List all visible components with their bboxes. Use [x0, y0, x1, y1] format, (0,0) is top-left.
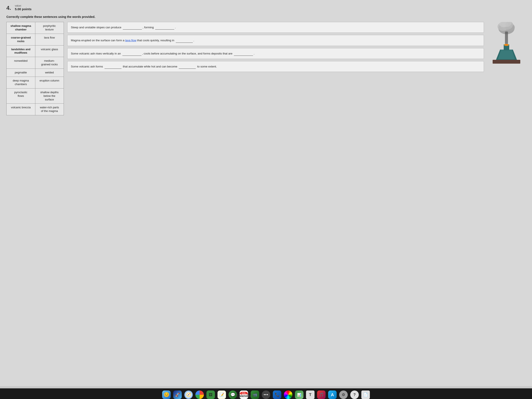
word-cell[interactable]: welded: [35, 69, 64, 77]
word-cell[interactable]: landslides andmudflows: [6, 45, 35, 57]
blank-3a[interactable]: [122, 51, 141, 56]
taskbar-more[interactable]: •••: [262, 391, 270, 399]
word-row: coarse-grainedrocks lava flow: [6, 34, 64, 45]
sentence-2-text: Magma erupted on the surface can form a …: [71, 39, 194, 42]
taskbar-notes[interactable]: 📝: [217, 391, 226, 399]
volcano-illustration: [488, 22, 525, 64]
word-cell[interactable]: water-rich partsof the magma: [35, 104, 64, 115]
word-bank: shallow magmachamber porphyritictexture …: [6, 22, 64, 115]
taskbar: 😊 🚀 🧭 🖼 📝 💬 CAL Calendar 📹 ••• 📞 📊 T 🎵: [0, 388, 532, 399]
main-content: shallow magmachamber porphyritictexture …: [6, 22, 526, 115]
sentence-box-4: Some volcanic ash forms that accumulate …: [67, 61, 484, 72]
sentence-box-1: Steep and unstable slopes can produce , …: [67, 22, 484, 33]
taskbar-launchpad[interactable]: 🚀: [173, 391, 182, 399]
word-cell-pyroclastic[interactable]: pyroclasticflows: [6, 89, 35, 104]
blank-1a[interactable]: [123, 25, 142, 30]
word-row: shallow magmachamber porphyritictexture: [6, 22, 64, 34]
word-cell[interactable]: eruption column: [35, 77, 64, 88]
taskbar-text[interactable]: T: [306, 391, 315, 399]
word-row: nonwelded medium-grained rocks: [6, 57, 64, 69]
blank-4b[interactable]: [179, 64, 196, 69]
header-row: 4. value: 5.00 points: [6, 4, 526, 11]
word-row: volcanic breccia water-rich partsof the …: [6, 103, 64, 115]
blank-3b[interactable]: [234, 51, 253, 56]
taskbar-appstore[interactable]: A: [328, 391, 337, 399]
taskbar-doc[interactable]: 📄: [361, 391, 370, 399]
word-cell[interactable]: lava flow: [35, 34, 64, 45]
blank-2a[interactable]: [176, 38, 193, 43]
word-cell[interactable]: deep magmachambers: [6, 77, 35, 88]
page-container: 4. value: 5.00 points Correctly complete…: [0, 0, 532, 386]
word-cell[interactable]: medium-grained rocks: [35, 57, 64, 69]
blank-1b[interactable]: [155, 25, 174, 30]
taskbar-facetime2[interactable]: 📞: [273, 391, 281, 399]
taskbar-chrome[interactable]: [195, 391, 204, 399]
blank-4a[interactable]: [104, 64, 121, 69]
taskbar-finder[interactable]: 😊: [162, 391, 171, 399]
word-row: landslides andmudflows volcanic glass: [6, 45, 64, 57]
taskbar-calendar[interactable]: CAL Calendar: [240, 391, 248, 399]
value-col: value: 5.00 points: [15, 4, 32, 11]
sentence-3-text: Some volcanic ash rises vertically in an…: [71, 52, 254, 55]
svg-point-12: [505, 44, 508, 45]
taskbar-music[interactable]: 🎵: [317, 391, 326, 399]
word-row: pyroclasticflows shallow depthsbelow the…: [6, 88, 64, 104]
sentence-1-text: Steep and unstable slopes can produce , …: [71, 26, 176, 29]
word-cell[interactable]: volcanic glass: [35, 45, 64, 57]
question-number: 4.: [6, 5, 11, 11]
word-cell-shallow[interactable]: shallow depthsbelow thesurface: [35, 89, 64, 104]
word-cell[interactable]: shallow magmachamber: [6, 22, 35, 34]
lava-flow-link[interactable]: lava flow: [125, 39, 136, 42]
sentence-4-text: Some volcanic ash forms that accumulate …: [71, 65, 217, 68]
sentence-box-2: Magma erupted on the surface can form a …: [67, 35, 484, 46]
value-label: value:: [15, 4, 32, 7]
word-cell[interactable]: coarse-grainedrocks: [6, 34, 35, 45]
sentences-panel: Steep and unstable slopes can produce , …: [67, 22, 484, 72]
sentence-box-3: Some volcanic ash rises vertically in an…: [67, 48, 484, 59]
word-row: pegmatite welded: [6, 69, 64, 77]
taskbar-colorwheel[interactable]: [284, 391, 292, 399]
volcano-area: [487, 22, 526, 64]
word-cell[interactable]: pegmatite: [6, 69, 35, 77]
taskbar-settings[interactable]: ⚙: [339, 391, 348, 399]
word-cell[interactable]: porphyritictexture: [35, 22, 64, 34]
svg-rect-13: [493, 60, 520, 64]
taskbar-facetime[interactable]: 📹: [251, 391, 259, 399]
taskbar-messages[interactable]: 💬: [228, 391, 237, 399]
taskbar-numbers[interactable]: 📊: [295, 391, 304, 399]
taskbar-photos[interactable]: 🖼: [206, 391, 215, 399]
instructions-text: Correctly complete these sentences using…: [6, 15, 526, 19]
word-cell[interactable]: nonwelded: [6, 57, 35, 69]
points-value: 5.00 points: [15, 7, 32, 11]
taskbar-help[interactable]: ?: [350, 391, 359, 399]
svg-rect-7: [505, 32, 508, 44]
word-cell[interactable]: volcanic breccia: [6, 104, 35, 115]
word-row: deep magmachambers eruption column: [6, 77, 64, 89]
taskbar-safari[interactable]: 🧭: [184, 391, 193, 399]
